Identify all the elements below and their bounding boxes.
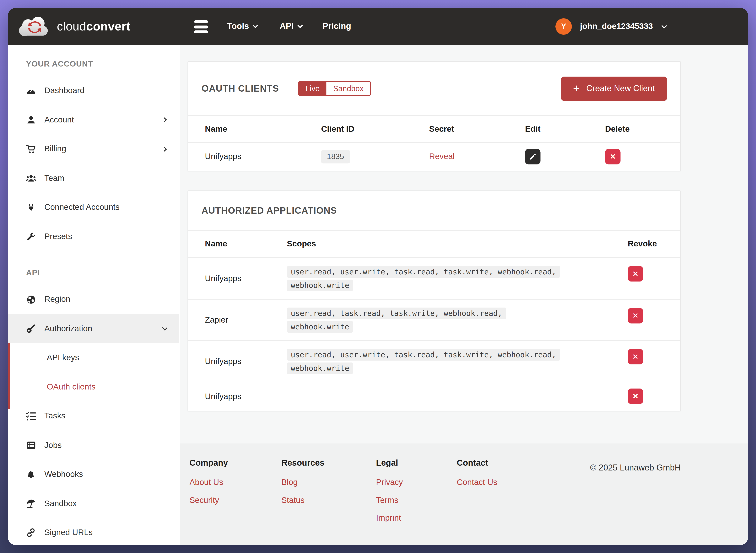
- footer-link-blog[interactable]: Blog: [281, 478, 374, 487]
- app-name: Unifyapps: [188, 392, 287, 401]
- authorized-applications-title: AUTHORIZED APPLICATIONS: [202, 205, 337, 216]
- scopes-badge: user.read, user.write, task.read, task.w…: [287, 266, 560, 291]
- backdrop: cloudconvert Tools API Pricing Y john_do…: [0, 0, 756, 553]
- col-scopes: Scopes: [287, 239, 622, 249]
- edit-client-button[interactable]: [525, 149, 541, 164]
- delete-client-button[interactable]: ✕: [605, 149, 621, 164]
- brand-wordmark[interactable]: cloudconvert: [57, 19, 130, 33]
- revoke-button[interactable]: ✕: [628, 308, 643, 324]
- footer-link-terms[interactable]: Terms: [376, 495, 455, 505]
- chevron-down-icon: [297, 23, 303, 29]
- globe-icon: [25, 295, 36, 305]
- footer-link-privacy[interactable]: Privacy: [376, 478, 455, 487]
- sidebar-item-signed-urls[interactable]: Signed URLs: [8, 518, 179, 545]
- oauth-clients-card: OAUTH CLIENTS Live Sandbox + Create New …: [187, 61, 681, 171]
- reveal-secret-link[interactable]: Reveal: [429, 152, 455, 161]
- chevron-down-icon: [252, 23, 258, 29]
- bell-icon: [25, 470, 36, 479]
- revoke-button[interactable]: ✕: [628, 389, 643, 404]
- plus-icon: +: [573, 83, 580, 94]
- sidebar-item-sandbox[interactable]: Sandbox: [8, 489, 179, 518]
- wrench-icon: [25, 232, 36, 241]
- footer-column-resources: Resources Blog Status: [281, 458, 374, 514]
- top-navbar: cloudconvert Tools API Pricing Y john_do…: [8, 8, 748, 45]
- footer-heading: Resources: [281, 458, 374, 468]
- sidebar-item-oauth-clients[interactable]: OAuth clients: [8, 372, 179, 401]
- main-content: OAUTH CLIENTS Live Sandbox + Create New …: [180, 45, 749, 545]
- footer-column-company: Company About Us Security: [190, 458, 279, 514]
- shopping-cart-icon: [25, 144, 36, 154]
- sidebar-item-webhooks[interactable]: Webhooks: [8, 460, 179, 489]
- page-footer: Company About Us Security Resources Blog…: [180, 444, 749, 545]
- sidebar-item-presets[interactable]: Presets: [8, 222, 179, 251]
- footer-link-security[interactable]: Security: [190, 495, 279, 505]
- app-name: Unifyapps: [188, 357, 287, 366]
- oauth-clients-title: OAUTH CLIENTS: [202, 83, 279, 94]
- sidebar-item-billing[interactable]: Billing: [8, 135, 179, 164]
- create-new-client-button[interactable]: + Create New Client: [561, 76, 667, 100]
- authorized-app-row: Unifyapps user.read, user.write, task.re…: [188, 257, 680, 300]
- sidebar-section-api: API: [8, 260, 179, 285]
- nav-api[interactable]: API: [280, 21, 303, 31]
- authorized-apps-table-header: Name Scopes Revoke: [188, 230, 680, 257]
- authorized-applications-card: AUTHORIZED APPLICATIONS Name Scopes Revo…: [187, 190, 681, 411]
- sidebar-item-authorization[interactable]: Authorization: [8, 314, 179, 343]
- users-icon: [25, 173, 36, 184]
- revoke-button[interactable]: ✕: [628, 266, 643, 282]
- revoke-button[interactable]: ✕: [628, 349, 643, 365]
- sidebar-item-connected-accounts[interactable]: Connected Accounts: [8, 193, 179, 222]
- pencil-icon: [529, 153, 537, 161]
- x-icon: ✕: [632, 311, 638, 320]
- client-name: Unifyapps: [188, 152, 321, 162]
- sidebar-item-team[interactable]: Team: [8, 164, 179, 193]
- environment-toggle: Live Sandbox: [298, 81, 371, 96]
- app-window: cloudconvert Tools API Pricing Y john_do…: [8, 8, 748, 545]
- sidebar-item-tasks[interactable]: Tasks: [8, 402, 179, 431]
- footer-link-contact-us[interactable]: Contact Us: [457, 478, 534, 487]
- copyright-text: © 2025 Lunaweb GmbH: [590, 463, 681, 473]
- nav-pricing[interactable]: Pricing: [323, 21, 351, 31]
- sidebar-item-jobs[interactable]: Jobs: [8, 431, 179, 460]
- col-edit: Edit: [525, 124, 605, 134]
- toggle-live[interactable]: Live: [299, 82, 326, 95]
- footer-link-imprint[interactable]: Imprint: [376, 514, 455, 523]
- x-icon: ✕: [632, 269, 638, 278]
- beach-umbrella-icon: [25, 499, 36, 509]
- sidebar-section-your-account: YOUR ACCOUNT: [8, 51, 179, 76]
- x-icon: ✕: [632, 392, 638, 401]
- footer-link-status[interactable]: Status: [281, 495, 374, 505]
- sidebar-item-region[interactable]: Region: [8, 285, 179, 314]
- scopes-badge: user.read, user.write, task.read, task.w…: [287, 349, 560, 374]
- col-secret: Secret: [429, 124, 525, 134]
- user-menu[interactable]: Y john_doe12345333: [555, 8, 668, 45]
- cloudconvert-logo-icon[interactable]: [19, 15, 50, 37]
- scopes-badge: user.read, task.read, task.write, webhoo…: [287, 308, 506, 333]
- client-id-badge: 1835: [321, 150, 350, 163]
- table-list-icon: [25, 440, 36, 451]
- oauth-client-row: Unifyapps 1835 Reveal ✕: [188, 143, 680, 171]
- footer-column-legal: Legal Privacy Terms Imprint: [376, 458, 455, 531]
- hamburger-menu-icon[interactable]: [195, 20, 208, 35]
- app-name: Zapier: [188, 315, 287, 325]
- sidebar-item-dashboard[interactable]: Dashboard: [8, 76, 179, 105]
- list-check-icon: [25, 411, 36, 421]
- footer-heading: Contact: [457, 458, 534, 468]
- footer-link-about-us[interactable]: About Us: [190, 478, 279, 487]
- nav-tools[interactable]: Tools: [227, 21, 258, 31]
- col-delete: Delete: [605, 124, 680, 134]
- sidebar-item-account[interactable]: Account: [8, 105, 179, 134]
- toggle-sandbox[interactable]: Sandbox: [326, 82, 370, 95]
- footer-column-contact: Contact Contact Us: [457, 458, 534, 495]
- key-icon: [25, 324, 36, 334]
- sidebar: YOUR ACCOUNT Dashboard Account Billing T…: [8, 45, 179, 545]
- oauth-clients-table-header: Name Client ID Secret Edit Delete: [188, 115, 680, 143]
- authorized-app-row: Unifyapps user.read, user.write, task.re…: [188, 340, 680, 382]
- footer-heading: Legal: [376, 458, 455, 468]
- sidebar-item-api-keys[interactable]: API keys: [8, 343, 179, 372]
- chevron-right-icon: [162, 146, 168, 152]
- x-icon: ✕: [632, 352, 638, 361]
- avatar: Y: [555, 18, 572, 35]
- x-icon: ✕: [610, 152, 616, 161]
- gauge-icon: [25, 86, 36, 96]
- chevron-down-icon: [661, 23, 668, 30]
